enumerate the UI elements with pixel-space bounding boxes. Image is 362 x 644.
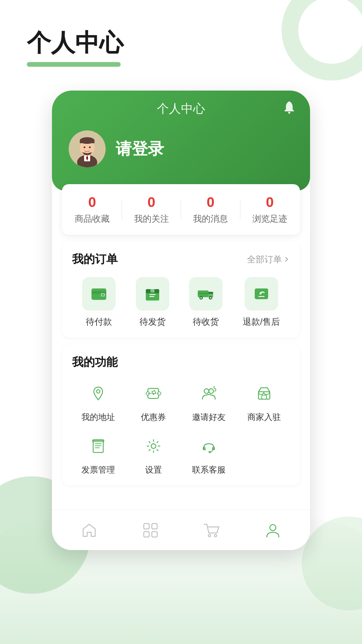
stat-history[interactable]: 0 浏览足迹 [252,194,287,225]
svg-point-45 [208,534,211,537]
header-top-bar: 个人中心 [52,91,310,124]
invite-icon [195,380,222,407]
refund-icon [245,277,278,311]
function-invite[interactable]: 邀请好友 [183,380,235,423]
svg-rect-44 [152,532,157,537]
stats-card: 0 商品收藏 0 我的关注 0 我的消息 0 浏览足迹 [62,184,300,235]
coupon-icon [140,380,167,407]
svg-point-14 [102,294,104,296]
function-coupon-label: 优惠券 [141,412,166,423]
order-pending-shipment-label: 待发货 [139,316,166,328]
svg-point-46 [215,534,217,537]
stat-messages-value: 0 [207,194,215,210]
functions-title: 我的功能 [72,355,118,370]
bg-decoration-circle-top [282,0,362,80]
svg-point-8 [84,147,85,148]
login-text[interactable]: 请登录 [116,138,164,160]
function-address[interactable]: 我的地址 [72,380,124,423]
function-invoice-label: 发票管理 [81,464,115,475]
stat-favorites[interactable]: 0 商品收藏 [75,194,110,225]
svg-rect-41 [144,524,149,529]
pending-payment-icon [82,277,116,311]
stat-divider-2 [181,200,181,220]
function-address-label: 我的地址 [81,412,115,423]
svg-point-28 [97,390,100,393]
nav-category[interactable] [120,522,181,539]
settings-icon [140,433,167,460]
svg-rect-7 [80,141,95,143]
user-section: 请登录 [52,124,310,177]
function-invoice[interactable]: 发票管理 [72,433,124,475]
function-merchant[interactable]: 商家入驻 [238,380,290,423]
svg-rect-25 [198,293,208,294]
svg-point-47 [270,525,276,531]
order-pending-receipt[interactable]: 待收货 [189,277,223,328]
orders-header: 我的订单 全部订单 [72,252,290,267]
svg-marker-20 [208,292,213,294]
phone-header: 个人中心 [52,91,310,191]
order-pending-receipt-label: 待收货 [193,316,219,328]
functions-section: 我的功能 我的地址 [62,344,300,485]
order-pending-shipment[interactable]: 待发货 [136,277,169,328]
avatar[interactable] [69,130,106,167]
stat-following[interactable]: 0 我的关注 [134,194,169,225]
svg-point-0 [288,112,290,114]
svg-rect-26 [255,288,268,299]
function-merchant-label: 商家入驻 [247,412,281,423]
stat-divider-3 [240,200,240,220]
stat-messages-label: 我的消息 [193,213,228,225]
order-refund[interactable]: 退款/售后 [243,277,280,328]
phone-frame: 个人中心 [52,91,310,550]
stat-divider-1 [122,200,122,220]
svg-point-24 [209,297,212,299]
nav-home[interactable] [59,522,120,539]
stat-messages[interactable]: 0 我的消息 [193,194,228,225]
page-title: 个人中心 [27,27,123,59]
orders-grid: 待付款 待发货 [72,277,290,328]
orders-section: 我的订单 全部订单 待付款 [62,241,300,338]
svg-point-31 [204,389,209,393]
svg-rect-42 [152,524,157,529]
stat-history-label: 浏览足迹 [252,213,287,225]
service-icon [195,433,222,460]
stat-following-value: 0 [147,194,155,210]
function-service-label: 联系客服 [192,464,226,475]
function-service[interactable]: 联系客服 [183,433,235,475]
stat-favorites-label: 商品收藏 [75,213,110,225]
merchant-icon [251,380,278,407]
svg-point-37 [151,444,156,448]
svg-point-22 [200,297,202,299]
functions-grid: 我的地址 优惠券 [72,380,290,475]
nav-profile[interactable] [242,522,304,539]
order-pending-payment[interactable]: 待付款 [82,277,116,328]
invoice-icon [85,433,112,460]
svg-rect-43 [144,532,149,537]
svg-point-9 [89,147,91,148]
stat-following-label: 我的关注 [134,213,169,225]
bottom-nav [52,510,310,550]
stat-history-value: 0 [266,194,274,210]
page-title-underline [27,62,121,67]
svg-rect-17 [150,289,155,292]
svg-rect-35 [93,440,103,452]
address-icon [85,380,112,407]
svg-point-32 [209,389,214,393]
orders-all-link[interactable]: 全部订单 [247,254,290,265]
orders-title: 我的订单 [72,252,118,267]
pending-shipment-icon [136,277,169,311]
pending-receipt-icon [189,277,223,311]
nav-cart[interactable] [181,522,242,539]
order-pending-payment-label: 待付款 [86,316,112,328]
functions-header: 我的功能 [72,355,290,370]
bell-icon[interactable] [282,100,297,118]
stat-favorites-value: 0 [88,194,96,210]
svg-rect-34 [262,395,266,399]
function-settings[interactable]: 设置 [127,433,179,475]
header-title: 个人中心 [157,101,205,117]
order-refund-label: 退款/售后 [243,316,280,328]
function-coupon[interactable]: 优惠券 [127,380,179,423]
function-invite-label: 邀请好友 [192,412,226,423]
function-settings-label: 设置 [145,464,162,475]
